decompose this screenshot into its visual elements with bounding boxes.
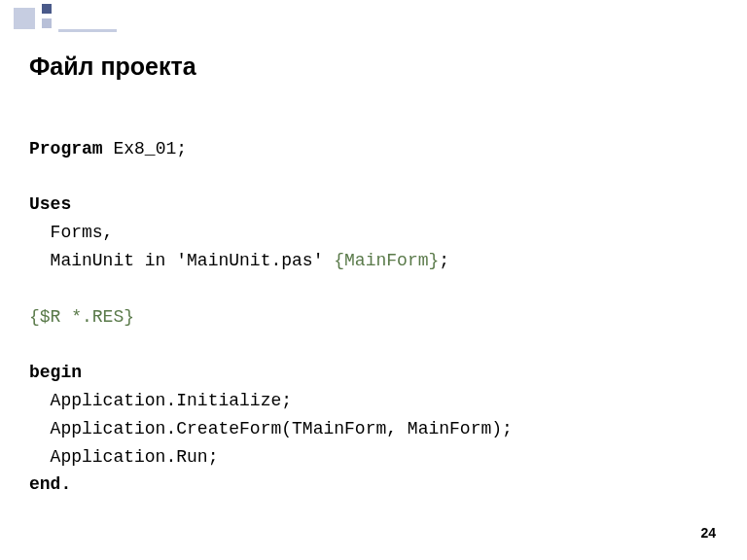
keyword-program: Program [29, 139, 103, 158]
slide-decoration [0, 0, 88, 39]
app-run: Application.Run; [29, 447, 218, 467]
code-block: Program Ex8_01; Uses Forms, MainUnit in … [29, 107, 513, 499]
deco-small-square-light [42, 18, 52, 28]
deco-small-square-dark [42, 4, 52, 14]
compiler-directive: {$R *.RES} [29, 307, 134, 327]
page-number: 24 [700, 525, 716, 541]
uses-mainunit-prefix: MainUnit in 'MainUnit.pas' [29, 251, 334, 270]
mainform-comment: {MainForm} [334, 251, 439, 270]
uses-forms: Forms, [29, 223, 113, 242]
keyword-end: end. [29, 474, 71, 494]
mainunit-suffix: ; [439, 251, 449, 270]
deco-big-square [14, 8, 35, 29]
deco-line [58, 29, 117, 32]
slide-title: Файл проекта [29, 52, 196, 81]
keyword-uses: Uses [29, 194, 71, 214]
app-initialize: Application.Initialize; [29, 391, 292, 410]
program-name: Ex8_01; [103, 139, 187, 158]
app-createform: Application.CreateForm(TMainForm, MainFo… [29, 419, 513, 438]
keyword-begin: begin [29, 363, 82, 382]
